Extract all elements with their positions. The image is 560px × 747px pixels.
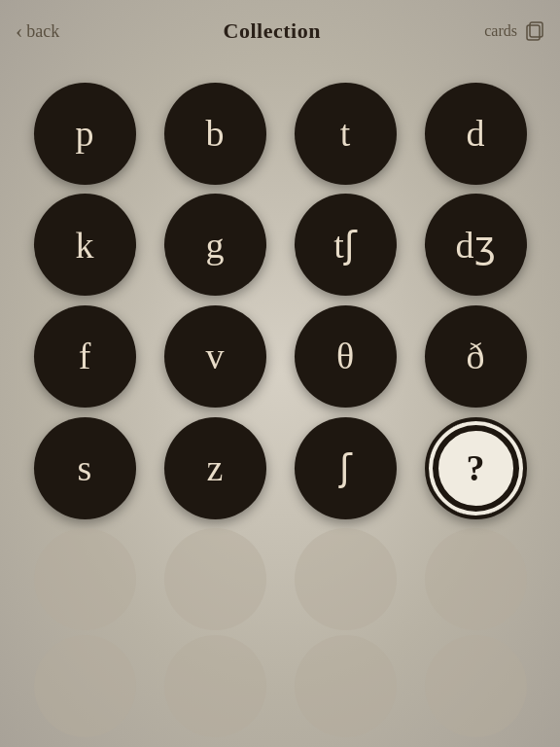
phoneme-grid: pbtdkgtʃdʒfvθðszʃ?	[0, 68, 560, 747]
phoneme-label-p: p	[76, 115, 94, 152]
phoneme-label-d: d	[467, 115, 485, 152]
grid-cell-0-2: t	[280, 78, 410, 190]
back-label: back	[26, 21, 59, 42]
grid-cell-3-3: ?	[410, 412, 541, 524]
grid-cell-4-0	[19, 523, 150, 635]
grid-cell-1-2: tʃ	[280, 190, 410, 302]
cards-label: cards	[484, 22, 517, 40]
phoneme-circle-ʃ[interactable]: ʃ	[295, 417, 397, 519]
grid-cell-0-1: b	[150, 78, 280, 190]
phoneme-circle-s[interactable]: s	[34, 417, 136, 519]
page-title: Collection	[224, 18, 321, 44]
grid-cell-5-0	[19, 635, 150, 737]
grid-cell-0-3: d	[410, 78, 541, 190]
cards-button[interactable]: cards	[484, 20, 544, 42]
header: ‹ back Collection cards	[0, 0, 560, 62]
phoneme-label-ʃ: ʃ	[339, 449, 352, 486]
grid-cell-4-2	[280, 523, 410, 635]
phoneme-circle-f[interactable]: f	[34, 305, 136, 408]
phoneme-circle-t[interactable]: t	[295, 83, 397, 185]
grid-cell-3-2: ʃ	[280, 412, 410, 524]
grid-cell-5-2	[280, 635, 410, 737]
phoneme-label-z: z	[207, 449, 224, 486]
grid-cell-2-0: f	[19, 301, 150, 412]
phoneme-label-v: v	[206, 338, 225, 374]
grid-cell-1-3: dʒ	[410, 190, 541, 302]
grid-cell-1-1: g	[150, 190, 280, 302]
grid-cell-5-1	[150, 635, 280, 737]
ghost-circle	[425, 528, 527, 630]
phoneme-label-tʃ: tʃ	[333, 227, 357, 264]
phoneme-label-f: f	[79, 338, 91, 374]
phoneme-circle-v[interactable]: v	[164, 305, 266, 408]
grid-cell-2-3: ð	[410, 301, 541, 412]
phoneme-circle-z[interactable]: z	[164, 417, 266, 519]
ghost-circle	[164, 528, 266, 630]
ghost-circle	[164, 635, 266, 737]
ghost-circle	[295, 635, 397, 737]
phoneme-circle-g[interactable]: g	[164, 194, 266, 296]
phoneme-circle-k[interactable]: k	[34, 194, 136, 296]
phoneme-circle-dʒ[interactable]: dʒ	[425, 194, 527, 296]
phoneme-label-θ: θ	[336, 338, 354, 374]
grid-cell-4-3	[410, 523, 541, 635]
phoneme-label-k: k	[76, 227, 94, 264]
cards-icon	[523, 20, 544, 42]
grid-cell-1-0: k	[19, 190, 150, 302]
ghost-circle	[34, 528, 136, 630]
phoneme-label-s: s	[78, 449, 92, 486]
mystery-label: ?	[467, 446, 485, 489]
ghost-circle	[34, 635, 136, 737]
phoneme-label-ð: ð	[467, 338, 485, 374]
phoneme-label-b: b	[206, 115, 225, 152]
grid-cell-0-0: p	[19, 78, 150, 190]
phoneme-label-t: t	[340, 115, 351, 152]
grid-cell-2-2: θ	[280, 301, 410, 412]
back-chevron-icon: ‹	[16, 20, 22, 42]
grid-cell-3-1: z	[150, 412, 280, 524]
ghost-circle	[425, 635, 527, 737]
grid-cell-3-0: s	[19, 412, 150, 524]
phoneme-circle-d[interactable]: d	[425, 83, 527, 185]
phoneme-circle-θ[interactable]: θ	[295, 305, 397, 408]
ghost-circle	[295, 528, 397, 630]
back-button[interactable]: ‹ back	[16, 20, 59, 42]
phoneme-circle-ð[interactable]: ð	[425, 305, 527, 408]
phoneme-circle-b[interactable]: b	[164, 83, 266, 185]
phoneme-label-dʒ: dʒ	[456, 227, 496, 264]
phoneme-circle-p[interactable]: p	[34, 83, 136, 185]
grid-cell-4-1	[150, 523, 280, 635]
grid-cell-5-3	[410, 635, 541, 737]
phoneme-label-g: g	[206, 227, 225, 264]
grid-cell-2-1: v	[150, 301, 280, 412]
phoneme-circle-tʃ[interactable]: tʃ	[295, 194, 397, 296]
mystery-circle[interactable]: ?	[425, 417, 527, 519]
